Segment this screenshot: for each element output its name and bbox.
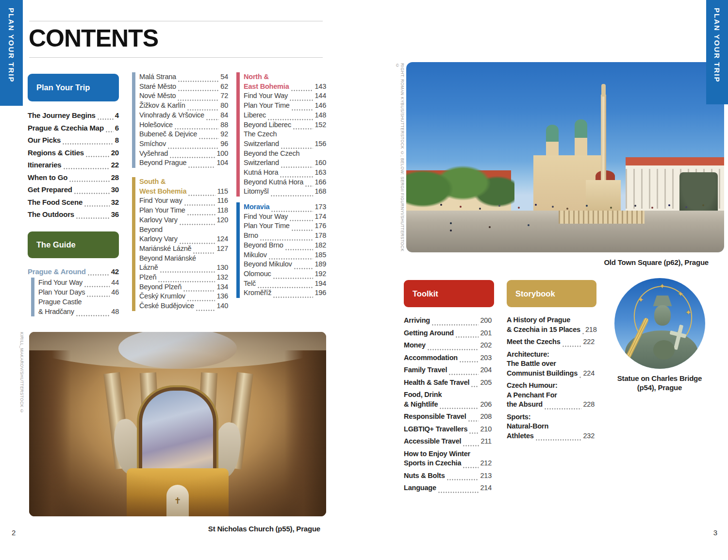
- dotted-leader: [187, 296, 215, 301]
- dotted-leader: [76, 214, 110, 219]
- toc-item: Arriving200: [404, 316, 492, 326]
- toc-page-number: 173: [314, 202, 326, 212]
- toc-item-row: West Bohemia115: [139, 187, 228, 197]
- dotted-leader: [74, 189, 110, 194]
- jan-hus-monument: [679, 172, 718, 214]
- toc-item: Malá Strana54: [139, 72, 228, 82]
- toc-page-number: 144: [314, 91, 326, 101]
- dotted-leader: [291, 226, 314, 231]
- toc-item-row: East Bohemia143: [244, 82, 326, 92]
- toc-item-row: Plan Your Time118: [139, 206, 228, 215]
- toc-item: How to Enjoy WinterSports in Czechia212: [404, 449, 492, 468]
- toc-page-number: 192: [314, 269, 326, 279]
- toc-item-label: Meet the Czechs: [507, 337, 561, 347]
- toc-item-label: Brno: [244, 231, 258, 241]
- toc-item-row: Responsible Travel208: [404, 412, 492, 422]
- dotted-leader: [184, 201, 216, 206]
- dotted-leader: [291, 106, 314, 111]
- toc-section-header: South &West Bohemia115: [139, 177, 228, 196]
- toc-item-label: Our Picks: [28, 135, 61, 145]
- toc-item-row: Itineraries22: [28, 160, 119, 169]
- toc-page-number: 48: [111, 307, 119, 316]
- title-rule-bottom: [29, 57, 323, 58]
- toc-item-label: Nové Město: [139, 91, 176, 101]
- toc-page-number: 132: [216, 273, 228, 282]
- toc-page-number: 54: [220, 72, 228, 82]
- dotted-leader: [291, 86, 314, 91]
- vignette-overlay: [29, 332, 326, 516]
- toc-page-number: 96: [220, 139, 228, 149]
- marian-column: [601, 95, 606, 194]
- page-title: CONTENTS: [29, 24, 158, 52]
- dotted-leader: [178, 86, 219, 91]
- toolkit-list: Arriving200Getting Around201Money202Acco…: [404, 316, 492, 496]
- dotted-leader: [85, 152, 110, 157]
- toc-page-number: 166: [314, 178, 326, 187]
- dotted-leader: [267, 115, 313, 120]
- toc-item-label: Find Your Way: [244, 212, 288, 222]
- dotted-leader: [268, 255, 314, 260]
- dotted-leader: [188, 163, 215, 168]
- toc-item-row: Getting Around201: [404, 329, 492, 338]
- toc-item-line: The Battle over: [507, 359, 595, 369]
- statue-head: [654, 305, 671, 326]
- toc-item-label: Vinohrady & Vršovice: [139, 111, 204, 120]
- toc-item: Beyond Plzeň134: [139, 282, 228, 292]
- dotted-leader: [177, 96, 219, 101]
- toc-item: Vinohrady & Vršovice84: [139, 111, 228, 120]
- toc-item-row: Nuts & Bolts213: [404, 471, 492, 481]
- toc-item-label: Lázně: [139, 263, 158, 273]
- toc-item-label: Regions & Cities: [28, 148, 84, 157]
- toc-item-label: Beyond Plzeň: [139, 282, 182, 292]
- toc-item-label: The Food Scene: [28, 198, 83, 207]
- toc-item: Itineraries22: [28, 160, 119, 169]
- toc-page-number: 206: [480, 400, 492, 410]
- dotted-leader: [174, 125, 219, 130]
- toc-item: Get Prepared30: [28, 185, 119, 194]
- toc-item-row: Telč194: [244, 279, 326, 289]
- toc-item: The Journey Begins4: [28, 111, 119, 120]
- dotted-leader: [281, 144, 314, 149]
- toc-item: Beyond Kutná Hora166: [244, 178, 326, 187]
- dotted-leader: [187, 211, 216, 215]
- toc-item: Český Krumlov136: [139, 292, 228, 301]
- toc-page-number: 72: [220, 91, 228, 101]
- toc-item: Beyond MariánskéLázně130: [139, 254, 228, 273]
- toc-page-number: 62: [220, 82, 228, 92]
- toc-item-row: Žižkov & Karlín80: [139, 101, 228, 111]
- toc-item-label: Switzerland: [244, 139, 279, 149]
- toc-item: Our Picks8: [28, 135, 119, 145]
- toc-page-number: 201: [480, 329, 492, 338]
- toc-item-row: Staré Město62: [139, 82, 228, 92]
- toc-page-number: 185: [314, 250, 326, 260]
- toc-page-number: 176: [314, 221, 326, 231]
- dotted-leader: [260, 236, 314, 241]
- toc-page-number: 178: [314, 231, 326, 241]
- toc-item: Kroměříž196: [244, 288, 326, 298]
- toolkit-box: Toolkit: [404, 280, 494, 307]
- dotted-leader: [257, 283, 313, 288]
- toc-item-row: České Budějovice140: [139, 301, 228, 311]
- toc-item-label: Plzeň: [139, 273, 156, 282]
- toc-item-label: České Budějovice: [139, 301, 194, 311]
- toc-item-row: Vinohrady & Vršovice84: [139, 111, 228, 120]
- dotted-leader: [280, 173, 313, 178]
- toc-item-row: Find Your Way144: [244, 91, 326, 101]
- toc-item: Karlovy Vary120: [139, 215, 228, 225]
- trees: [406, 157, 514, 214]
- dotted-leader: [535, 436, 582, 441]
- toc-item-label: Health & Safe Travel: [404, 378, 469, 388]
- toc-page-number: 218: [585, 325, 597, 335]
- toc-item: Plan Your Time118: [139, 206, 228, 215]
- dotted-leader: [87, 271, 110, 276]
- toc-item-label: Mariánské Lázně: [139, 244, 191, 254]
- prague-districts-list: Malá Strana54Staré Město62Nové Město72Ži…: [139, 72, 228, 168]
- dotted-leader: [582, 329, 584, 334]
- toc-page-number: 148: [314, 111, 326, 120]
- toc-item-label: The Journey Begins: [28, 111, 96, 120]
- toc-item-row: Find Your Way174: [244, 212, 326, 222]
- dotted-leader: [179, 220, 215, 225]
- toc-item: Liberec148: [244, 111, 326, 120]
- toc-item-row: Kroměříž196: [244, 288, 326, 298]
- toc-item-line: Beyond Mariánské: [139, 254, 228, 264]
